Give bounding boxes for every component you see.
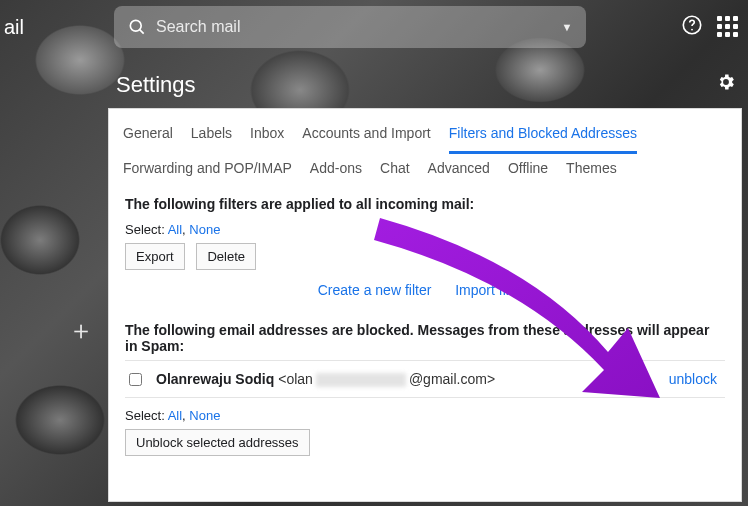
apps-icon[interactable] [717, 16, 738, 37]
settings-panel: GeneralLabelsInboxAccounts and ImportFil… [108, 108, 742, 502]
blocked-heading: The following email addresses are blocke… [125, 322, 725, 354]
tab-offline[interactable]: Offline [508, 154, 548, 186]
tab-accounts-and-import[interactable]: Accounts and Import [302, 119, 430, 154]
settings-tabs: GeneralLabelsInboxAccounts and ImportFil… [109, 109, 741, 186]
tab-filters-and-blocked-addresses[interactable]: Filters and Blocked Addresses [449, 119, 637, 154]
create-filter-link[interactable]: Create a new filter [318, 282, 432, 298]
filters-select-row: Select: All, None [125, 222, 725, 237]
tab-general[interactable]: General [123, 119, 173, 154]
blocked-row-checkbox[interactable] [129, 373, 142, 386]
svg-line-1 [140, 30, 144, 34]
tab-advanced[interactable]: Advanced [428, 154, 490, 186]
unblock-selected-button[interactable]: Unblock selected addresses [125, 429, 310, 456]
blocked-sender-address: <olan@gmail.com> [278, 371, 495, 387]
blocked-select-row: Select: All, None [125, 408, 725, 423]
compose-plus-icon[interactable]: ＋ [68, 313, 94, 348]
blocked-address-row: Olanrewaju Sodiq <olan@gmail.com> unbloc… [125, 360, 725, 398]
import-filters-link[interactable]: Import filters [455, 282, 532, 298]
redacted-text [316, 373, 406, 387]
tab-labels[interactable]: Labels [191, 119, 232, 154]
tab-chat[interactable]: Chat [380, 154, 410, 186]
search-options-dropdown[interactable]: ▼ [554, 21, 580, 33]
settings-gear-icon[interactable] [716, 72, 736, 95]
delete-button[interactable]: Delete [196, 243, 256, 270]
blocked-select-all[interactable]: All [168, 408, 182, 423]
filters-heading: The following filters are applied to all… [125, 196, 725, 212]
export-button[interactable]: Export [125, 243, 185, 270]
filters-select-all[interactable]: All [168, 222, 182, 237]
left-rail: ＋ [0, 300, 100, 360]
search-icon [120, 17, 154, 37]
search-box[interactable]: ▼ [114, 6, 586, 48]
help-icon[interactable] [681, 14, 703, 39]
unblock-link[interactable]: unblock [669, 371, 717, 387]
tab-forwarding-and-pop-imap[interactable]: Forwarding and POP/IMAP [123, 154, 292, 186]
tab-inbox[interactable]: Inbox [250, 119, 284, 154]
top-bar: ail ▼ [0, 0, 748, 54]
svg-point-3 [691, 29, 693, 31]
settings-title: Settings [116, 72, 196, 98]
tab-themes[interactable]: Themes [566, 154, 617, 186]
blocked-sender-name: Olanrewaju Sodiq [156, 371, 274, 387]
gmail-logo-slice: ail [0, 16, 44, 39]
tab-add-ons[interactable]: Add-ons [310, 154, 362, 186]
filters-select-none[interactable]: None [189, 222, 220, 237]
blocked-select-none[interactable]: None [189, 408, 220, 423]
svg-point-0 [130, 20, 141, 31]
search-input[interactable] [154, 17, 554, 37]
